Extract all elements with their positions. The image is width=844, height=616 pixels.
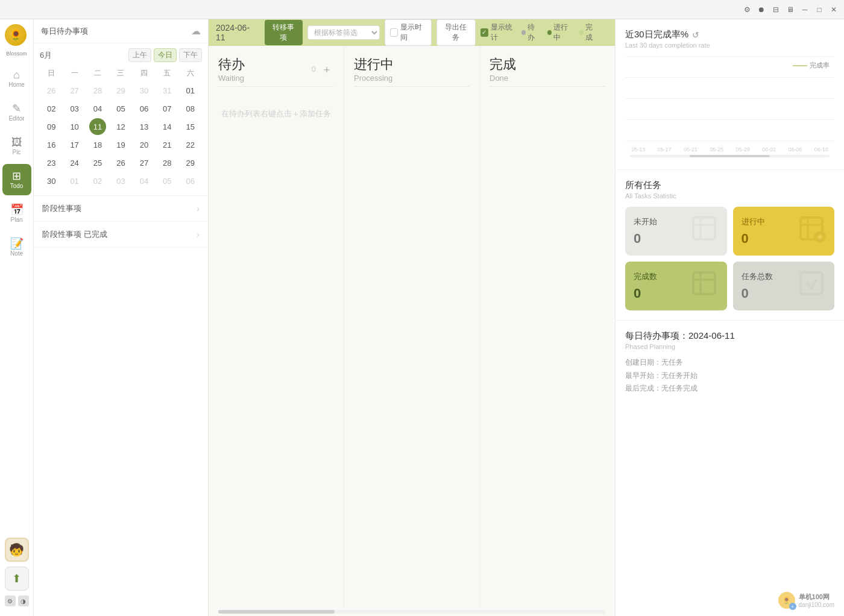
cal-cell[interactable]: 05 <box>159 172 175 189</box>
sidebar-item-todo[interactable]: ⊞ Todo <box>2 164 31 195</box>
cal-cell[interactable]: 28 <box>159 154 175 171</box>
task-card-icon <box>690 214 719 248</box>
todo-list-item-completed[interactable]: 阶段性事项 已完成 › <box>34 222 208 248</box>
calendar-today-btn[interactable]: 今日 <box>154 48 177 62</box>
chart-scrollbar[interactable] <box>630 155 830 157</box>
cal-cell[interactable]: 02 <box>43 100 60 117</box>
kanban-col-processing: 进行中 Processing <box>344 46 480 608</box>
close-btn[interactable]: ✕ <box>828 4 839 15</box>
kanban-add-btn-waiting[interactable]: ＋ <box>320 62 334 77</box>
cal-cell[interactable]: 18 <box>89 136 106 153</box>
horizontal-scrollbar[interactable] <box>218 610 605 614</box>
calendar-next-btn[interactable]: 下午 <box>179 48 202 62</box>
cal-cell[interactable]: 08 <box>182 100 199 117</box>
cal-cell[interactable]: 06 <box>182 172 199 189</box>
sidebar-nav: 🌻 Blossom ⌂ Home ✎ Editor 🖼 Pic ⊞ Todo 📅… <box>0 19 34 616</box>
cal-cell[interactable]: 21 <box>159 136 175 153</box>
sidebar-item-editor[interactable]: ✎ Editor <box>2 96 31 128</box>
phased-section: 每日待办事项：2024-06-11 Phased Planning 创建日期：无… <box>616 321 844 405</box>
cal-cell[interactable]: 02 <box>89 172 106 189</box>
completion-rate-label: 近30日完成率% <box>625 29 688 40</box>
settings-icon[interactable]: ⚙ <box>5 596 16 606</box>
cal-cell[interactable]: 27 <box>136 154 153 171</box>
cal-cell[interactable]: 17 <box>66 136 83 153</box>
cal-cell[interactable]: 01 <box>66 172 83 189</box>
cal-cell[interactable]: 29 <box>182 154 199 171</box>
cal-cell[interactable]: 23 <box>43 154 60 171</box>
cal-cell[interactable]: 16 <box>43 136 60 153</box>
cal-cell[interactable]: 05 <box>112 100 129 117</box>
cal-cell[interactable]: 06 <box>136 100 153 117</box>
cal-row-2: 02 03 04 05 06 07 08 <box>40 100 202 117</box>
record-titlebar-btn[interactable]: ⏺ <box>756 4 767 15</box>
settings-titlebar-btn[interactable]: ⚙ <box>742 4 752 15</box>
x-label: 05-17 <box>658 146 672 152</box>
main-content: 2024-06-11 转移事项 根据标签筛选 显示时间 导出任务 ✓ 显示统计 … <box>209 19 615 616</box>
cal-cell[interactable]: 26 <box>112 154 129 171</box>
cal-cell[interactable]: 27 <box>66 82 83 99</box>
upload-button[interactable]: ⬆ <box>5 567 29 591</box>
cal-cell-today[interactable]: 11 <box>89 118 106 135</box>
theme-icon[interactable]: ◑ <box>18 596 29 606</box>
status-indicators: 待办 进行中 完成 <box>521 22 598 43</box>
calendar-nav: 6月 上午 今日 下午 <box>40 48 202 62</box>
task-card-count: 0 <box>634 286 657 301</box>
cal-cell[interactable]: 30 <box>136 82 153 99</box>
cal-cell[interactable]: 28 <box>89 82 106 99</box>
cal-cell[interactable]: 09 <box>43 118 60 135</box>
sidebar-item-plan[interactable]: 📅 Plan <box>2 198 31 229</box>
maximize-btn[interactable]: □ <box>814 4 825 15</box>
todo-list-item-phased[interactable]: 阶段性事项 › <box>34 196 208 222</box>
all-tasks-section: 所有任务 All Tasks Statistic 未开始 0 <box>616 170 844 321</box>
monitor-titlebar-btn[interactable]: 🖥 <box>785 4 796 15</box>
all-tasks-title: 所有任务 <box>625 180 834 191</box>
cal-cell[interactable]: 04 <box>89 100 106 117</box>
kanban-area: 待办 Waiting 0 ＋ 在待办列表右键点击＋添加任务 进 <box>209 46 615 608</box>
chart-grid <box>625 56 834 140</box>
avatar[interactable]: 🧒 <box>5 538 29 562</box>
cal-cell[interactable]: 13 <box>136 118 153 135</box>
tag-filter-select[interactable]: 根据标签筛选 <box>307 25 380 40</box>
status-inprogress: 进行中 <box>547 22 573 43</box>
cal-cell[interactable]: 15 <box>182 118 199 135</box>
sidebar-item-pic[interactable]: 🖼 Pic <box>2 130 31 162</box>
calendar-nav-buttons: 上午 今日 下午 <box>128 48 202 62</box>
cal-cell[interactable]: 01 <box>182 82 199 99</box>
show-stats-label: 显示统计 <box>491 22 517 43</box>
cal-cell[interactable]: 03 <box>112 172 129 189</box>
cal-cell[interactable]: 29 <box>112 82 129 99</box>
cal-cell[interactable]: 30 <box>43 172 60 189</box>
kanban-col-subtitle: Processing <box>354 74 394 83</box>
cal-cell[interactable]: 03 <box>66 100 83 117</box>
cal-cell[interactable]: 14 <box>159 118 175 135</box>
completion-rate-title: 近30日完成率% ↺ <box>625 29 834 40</box>
calendar-prev-btn[interactable]: 上午 <box>128 48 151 62</box>
sidebar-item-note[interactable]: 📝 Note <box>2 231 31 263</box>
chart-scrollbar-thumb <box>690 155 769 157</box>
cal-cell[interactable]: 31 <box>159 82 175 99</box>
cal-cell[interactable]: 19 <box>112 136 129 153</box>
completion-rate-section: 近30日完成率% ↺ Last 30 days completion rate … <box>616 19 844 170</box>
cal-cell[interactable]: 20 <box>136 136 153 153</box>
cal-cell[interactable]: 12 <box>112 118 129 135</box>
export-button[interactable]: 导出任务 <box>436 19 476 46</box>
transfer-button[interactable]: 转移事项 <box>265 20 303 45</box>
task-card-name: 完成数 <box>634 271 657 282</box>
cal-cell[interactable]: 04 <box>136 172 153 189</box>
app-logo-icon: 🌻 <box>5 24 27 46</box>
arrow-icon: › <box>197 204 200 213</box>
cal-cell[interactable]: 10 <box>66 118 83 135</box>
cal-cell[interactable]: 25 <box>89 154 106 171</box>
layout-titlebar-btn[interactable]: ⊟ <box>770 4 781 15</box>
cloud-icon[interactable]: ☁ <box>191 25 201 37</box>
minimize-btn[interactable]: ─ <box>799 4 810 15</box>
cal-header-thu: 四 <box>133 67 156 80</box>
show-time-button[interactable]: 显示时间 <box>385 19 432 46</box>
show-stats-button[interactable]: ✓ 显示统计 <box>480 22 517 43</box>
sidebar-item-home[interactable]: ⌂ Home <box>2 63 31 94</box>
cal-cell[interactable]: 07 <box>159 100 175 117</box>
cal-cell[interactable]: 24 <box>66 154 83 171</box>
cal-cell[interactable]: 22 <box>182 136 199 153</box>
cal-cell[interactable]: 26 <box>43 82 60 99</box>
refresh-icon[interactable]: ↺ <box>692 30 699 40</box>
